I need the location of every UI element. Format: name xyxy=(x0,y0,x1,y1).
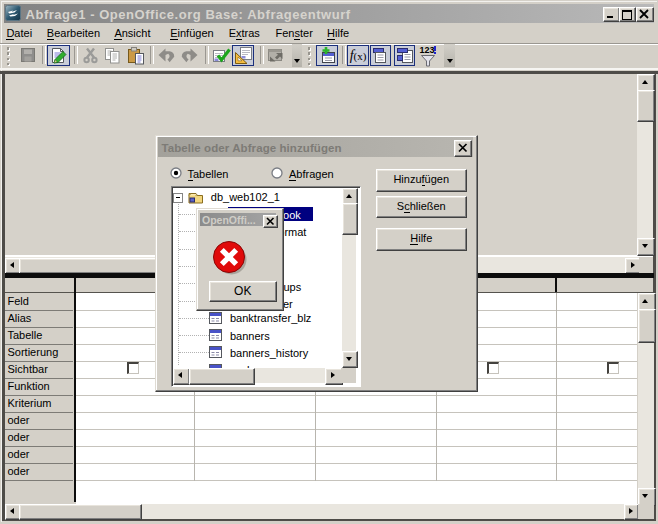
svg-text:123: 123 xyxy=(420,45,435,55)
